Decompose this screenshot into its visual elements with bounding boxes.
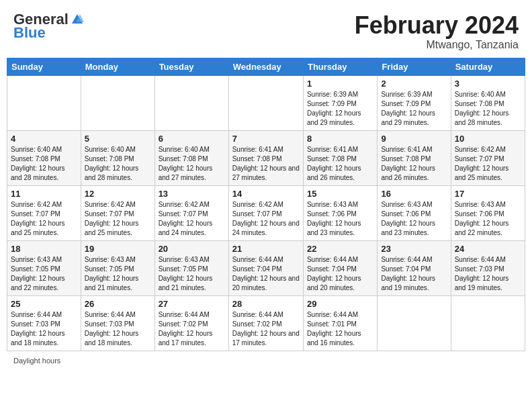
calendar-day-cell: 12Sunrise: 6:42 AMSunset: 7:07 PMDayligh… bbox=[81, 185, 154, 240]
calendar-day-cell: 16Sunrise: 6:43 AMSunset: 7:06 PMDayligh… bbox=[378, 185, 451, 240]
day-number: 21 bbox=[232, 244, 300, 254]
day-number: 5 bbox=[85, 134, 151, 144]
day-info: Sunrise: 6:43 AMSunset: 7:06 PMDaylight:… bbox=[381, 200, 447, 238]
calendar-day-cell: 20Sunrise: 6:43 AMSunset: 7:05 PMDayligh… bbox=[154, 240, 228, 295]
day-info: Sunrise: 6:44 AMSunset: 7:04 PMDaylight:… bbox=[381, 255, 447, 293]
calendar-day-cell: 25Sunrise: 6:44 AMSunset: 7:03 PMDayligh… bbox=[7, 295, 81, 351]
calendar-day-cell: 14Sunrise: 6:42 AMSunset: 7:07 PMDayligh… bbox=[228, 185, 303, 240]
calendar-day-cell: 24Sunrise: 6:44 AMSunset: 7:03 PMDayligh… bbox=[451, 240, 525, 295]
day-info: Sunrise: 6:43 AMSunset: 7:05 PMDaylight:… bbox=[11, 255, 77, 293]
day-number: 12 bbox=[85, 189, 151, 199]
day-info: Sunrise: 6:44 AMSunset: 7:04 PMDaylight:… bbox=[307, 255, 373, 293]
day-info: Sunrise: 6:44 AMSunset: 7:02 PMDaylight:… bbox=[232, 310, 300, 348]
day-info: Sunrise: 6:40 AMSunset: 7:08 PMDaylight:… bbox=[85, 145, 151, 183]
day-info: Sunrise: 6:40 AMSunset: 7:08 PMDaylight:… bbox=[11, 145, 77, 183]
calendar-week-row: 11Sunrise: 6:42 AMSunset: 7:07 PMDayligh… bbox=[7, 185, 525, 240]
day-number: 26 bbox=[85, 299, 151, 309]
day-number: 28 bbox=[232, 299, 300, 309]
calendar-day-cell: 3Sunrise: 6:40 AMSunset: 7:08 PMDaylight… bbox=[451, 75, 525, 130]
day-number: 24 bbox=[455, 244, 521, 254]
calendar-day-cell bbox=[154, 75, 228, 130]
calendar-day-cell: 11Sunrise: 6:42 AMSunset: 7:07 PMDayligh… bbox=[7, 185, 81, 240]
day-number: 20 bbox=[159, 244, 225, 254]
day-number: 6 bbox=[159, 134, 225, 144]
day-number: 19 bbox=[85, 244, 151, 254]
day-number: 13 bbox=[159, 189, 225, 199]
logo-icon bbox=[71, 13, 84, 26]
calendar-day-cell: 9Sunrise: 6:41 AMSunset: 7:08 PMDaylight… bbox=[378, 130, 451, 185]
day-number: 3 bbox=[455, 79, 521, 89]
day-info: Sunrise: 6:39 AMSunset: 7:09 PMDaylight:… bbox=[381, 90, 447, 128]
day-number: 25 bbox=[11, 299, 77, 309]
calendar-day-header: Friday bbox=[378, 58, 451, 75]
day-info: Sunrise: 6:44 AMSunset: 7:03 PMDaylight:… bbox=[11, 310, 77, 348]
calendar-day-cell: 10Sunrise: 6:42 AMSunset: 7:07 PMDayligh… bbox=[451, 130, 525, 185]
day-info: Sunrise: 6:42 AMSunset: 7:07 PMDaylight:… bbox=[159, 200, 225, 238]
calendar-day-cell: 4Sunrise: 6:40 AMSunset: 7:08 PMDaylight… bbox=[7, 130, 81, 185]
calendar-day-cell: 17Sunrise: 6:43 AMSunset: 7:06 PMDayligh… bbox=[451, 185, 525, 240]
calendar-day-cell bbox=[378, 295, 451, 351]
day-number: 29 bbox=[307, 299, 373, 309]
day-info: Sunrise: 6:40 AMSunset: 7:08 PMDaylight:… bbox=[455, 90, 521, 128]
day-info: Sunrise: 6:43 AMSunset: 7:06 PMDaylight:… bbox=[455, 200, 521, 238]
calendar-day-cell: 21Sunrise: 6:44 AMSunset: 7:04 PMDayligh… bbox=[228, 240, 303, 295]
day-info: Sunrise: 6:42 AMSunset: 7:07 PMDaylight:… bbox=[85, 200, 151, 238]
calendar-day-cell: 23Sunrise: 6:44 AMSunset: 7:04 PMDayligh… bbox=[378, 240, 451, 295]
day-info: Sunrise: 6:44 AMSunset: 7:04 PMDaylight:… bbox=[232, 255, 300, 293]
calendar-day-cell: 19Sunrise: 6:43 AMSunset: 7:05 PMDayligh… bbox=[81, 240, 154, 295]
day-number: 16 bbox=[381, 189, 447, 199]
day-info: Sunrise: 6:44 AMSunset: 7:02 PMDaylight:… bbox=[159, 310, 225, 348]
day-number: 27 bbox=[159, 299, 225, 309]
calendar-day-cell: 8Sunrise: 6:41 AMSunset: 7:08 PMDaylight… bbox=[303, 130, 377, 185]
day-number: 18 bbox=[11, 244, 77, 254]
month-year-title: February 2024 bbox=[355, 12, 519, 39]
day-number: 8 bbox=[307, 134, 373, 144]
day-number: 9 bbox=[381, 134, 447, 144]
calendar-day-cell: 5Sunrise: 6:40 AMSunset: 7:08 PMDaylight… bbox=[81, 130, 154, 185]
day-number: 14 bbox=[232, 189, 300, 199]
calendar-day-cell: 1Sunrise: 6:39 AMSunset: 7:09 PMDaylight… bbox=[303, 75, 377, 130]
day-number: 22 bbox=[307, 244, 373, 254]
footer: Daylight hours bbox=[7, 357, 525, 365]
calendar-week-row: 25Sunrise: 6:44 AMSunset: 7:03 PMDayligh… bbox=[7, 295, 525, 351]
day-number: 10 bbox=[455, 134, 521, 144]
calendar-day-header: Thursday bbox=[303, 58, 377, 75]
calendar-day-cell: 15Sunrise: 6:43 AMSunset: 7:06 PMDayligh… bbox=[303, 185, 377, 240]
calendar-day-header: Tuesday bbox=[154, 58, 228, 75]
calendar-day-cell: 28Sunrise: 6:44 AMSunset: 7:02 PMDayligh… bbox=[228, 295, 303, 351]
day-info: Sunrise: 6:41 AMSunset: 7:08 PMDaylight:… bbox=[381, 145, 447, 183]
calendar-day-header: Monday bbox=[81, 58, 154, 75]
day-info: Sunrise: 6:41 AMSunset: 7:08 PMDaylight:… bbox=[307, 145, 373, 183]
day-number: 2 bbox=[381, 79, 447, 89]
calendar-day-cell bbox=[7, 75, 81, 130]
day-info: Sunrise: 6:40 AMSunset: 7:08 PMDaylight:… bbox=[159, 145, 225, 183]
calendar-week-row: 1Sunrise: 6:39 AMSunset: 7:09 PMDaylight… bbox=[7, 75, 525, 130]
calendar-day-cell: 26Sunrise: 6:44 AMSunset: 7:03 PMDayligh… bbox=[81, 295, 154, 351]
calendar-table: SundayMondayTuesdayWednesdayThursdayFrid… bbox=[7, 58, 525, 351]
daylight-label: Daylight hours bbox=[13, 357, 60, 365]
calendar-day-cell bbox=[228, 75, 303, 130]
day-info: Sunrise: 6:44 AMSunset: 7:01 PMDaylight:… bbox=[307, 310, 373, 348]
day-info: Sunrise: 6:43 AMSunset: 7:05 PMDaylight:… bbox=[85, 255, 151, 293]
day-info: Sunrise: 6:39 AMSunset: 7:09 PMDaylight:… bbox=[307, 90, 373, 128]
location-subtitle: Mtwango, Tanzania bbox=[355, 39, 519, 51]
day-number: 15 bbox=[307, 189, 373, 199]
day-number: 7 bbox=[232, 134, 300, 144]
day-info: Sunrise: 6:44 AMSunset: 7:03 PMDaylight:… bbox=[455, 255, 521, 293]
calendar-day-cell bbox=[81, 75, 154, 130]
header: General Blue February 2024 Mtwango, Tanz… bbox=[7, 7, 525, 54]
day-number: 17 bbox=[455, 189, 521, 199]
day-info: Sunrise: 6:42 AMSunset: 7:07 PMDaylight:… bbox=[232, 200, 300, 238]
calendar-day-cell: 7Sunrise: 6:41 AMSunset: 7:08 PMDaylight… bbox=[228, 130, 303, 185]
calendar-week-row: 18Sunrise: 6:43 AMSunset: 7:05 PMDayligh… bbox=[7, 240, 525, 295]
day-info: Sunrise: 6:42 AMSunset: 7:07 PMDaylight:… bbox=[11, 200, 77, 238]
logo: General Blue bbox=[13, 12, 84, 40]
day-info: Sunrise: 6:42 AMSunset: 7:07 PMDaylight:… bbox=[455, 145, 521, 183]
day-info: Sunrise: 6:44 AMSunset: 7:03 PMDaylight:… bbox=[85, 310, 151, 348]
calendar-day-cell: 29Sunrise: 6:44 AMSunset: 7:01 PMDayligh… bbox=[303, 295, 377, 351]
calendar-day-cell: 6Sunrise: 6:40 AMSunset: 7:08 PMDaylight… bbox=[154, 130, 228, 185]
day-number: 4 bbox=[11, 134, 77, 144]
calendar-week-row: 4Sunrise: 6:40 AMSunset: 7:08 PMDaylight… bbox=[7, 130, 525, 185]
calendar-header-row: SundayMondayTuesdayWednesdayThursdayFrid… bbox=[7, 58, 525, 75]
day-info: Sunrise: 6:41 AMSunset: 7:08 PMDaylight:… bbox=[232, 145, 300, 183]
